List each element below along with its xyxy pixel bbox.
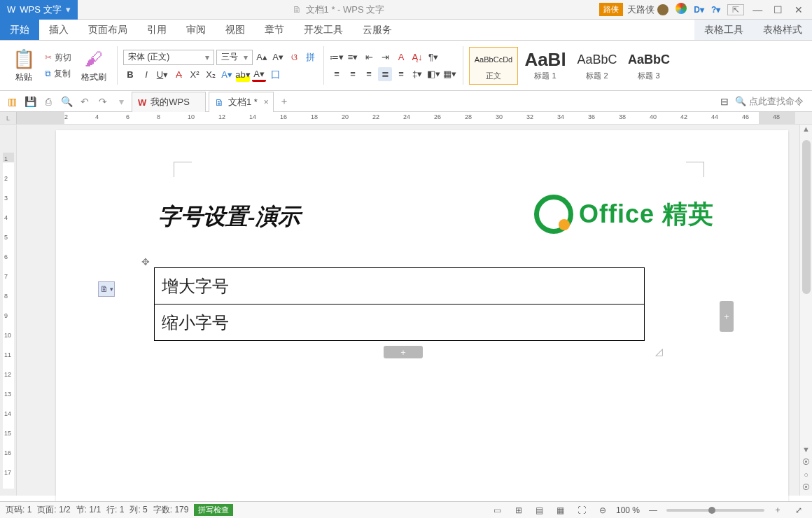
- assist-icon[interactable]: [673, 3, 690, 16]
- align-dist-icon[interactable]: ≡: [394, 67, 408, 81]
- align-center-icon[interactable]: ≡: [346, 67, 360, 81]
- cut-button[interactable]: ✂剪切: [42, 50, 74, 65]
- style-h2[interactable]: AaBbC标题 2: [573, 47, 622, 85]
- menu-cloud[interactable]: 云服务: [353, 20, 402, 40]
- table-cell-2[interactable]: 缩小字号: [155, 304, 645, 341]
- account-name[interactable]: 天路侠: [624, 4, 671, 16]
- grow-font-icon[interactable]: A▴: [255, 50, 269, 64]
- view-print-icon[interactable]: ▭: [490, 504, 505, 517]
- subscript-button[interactable]: X₂: [204, 68, 218, 82]
- view-read-icon[interactable]: ▤: [532, 504, 547, 517]
- save-icon[interactable]: 💾: [22, 94, 38, 109]
- print-icon[interactable]: ⎙: [41, 94, 56, 109]
- status-spell[interactable]: 拼写检查: [194, 504, 233, 516]
- scroll-thumb[interactable]: [802, 140, 811, 294]
- tab-close-icon[interactable]: ×: [264, 97, 269, 107]
- table-row-add-handle[interactable]: ＋: [384, 346, 423, 358]
- align-justify-icon[interactable]: ≣: [378, 67, 392, 81]
- tab-mywps[interactable]: W我的WPS: [132, 92, 206, 113]
- status-col[interactable]: 列: 5: [130, 504, 147, 516]
- char-border-icon[interactable]: 囗: [268, 68, 282, 82]
- help-icon[interactable]: ?▾: [708, 5, 723, 15]
- status-line[interactable]: 行: 1: [106, 504, 124, 516]
- view-fullscreen-icon[interactable]: ⛶: [574, 504, 589, 517]
- italic-button[interactable]: I: [139, 68, 153, 82]
- menu-pagelayout[interactable]: 页面布局: [78, 20, 137, 40]
- style-h1[interactable]: AaBl标题 1: [521, 47, 570, 85]
- status-pages[interactable]: 页面: 1/2: [37, 504, 70, 516]
- command-search[interactable]: 🔍点此查找命令: [735, 95, 808, 108]
- style-normal[interactable]: AaBbCcDd正文: [469, 47, 518, 85]
- zoom-slider[interactable]: [666, 509, 764, 512]
- preview-icon[interactable]: 🔍: [59, 94, 74, 109]
- status-page[interactable]: 页码: 1: [6, 504, 31, 516]
- phonetic-icon[interactable]: 拼: [303, 50, 317, 64]
- chartype-icon[interactable]: A: [394, 50, 408, 64]
- app-dropdown-icon[interactable]: ▾: [66, 4, 71, 15]
- menu-insert[interactable]: 插入: [39, 20, 78, 40]
- menu-view[interactable]: 视图: [216, 20, 255, 40]
- highlight-button[interactable]: ab▾: [236, 68, 250, 82]
- shading-icon[interactable]: ◧▾: [426, 67, 440, 81]
- new-tab-icon[interactable]: ＋: [276, 94, 292, 109]
- browse-obj-icon[interactable]: ○: [804, 470, 808, 483]
- close-button[interactable]: ✕: [790, 1, 808, 19]
- view-web-icon[interactable]: ▦: [553, 504, 568, 517]
- paste-button[interactable]: 📋 粘贴: [8, 47, 39, 85]
- menu-devtools[interactable]: 开发工具: [294, 20, 353, 40]
- cloud-icon[interactable]: D▾: [691, 5, 707, 15]
- linespace-icon[interactable]: ‡▾: [410, 67, 424, 81]
- borders-icon[interactable]: ▦▾: [442, 67, 456, 81]
- scroll-up-icon[interactable]: ▲: [802, 125, 810, 137]
- table-move-handle[interactable]: ✥: [141, 256, 153, 267]
- zoom-out-button[interactable]: ⊖: [595, 504, 610, 517]
- numbering-icon[interactable]: ≡▾: [346, 50, 360, 64]
- bullets-icon[interactable]: ≔▾: [330, 50, 344, 64]
- vertical-scrollbar[interactable]: ▲ ▼ ⦿ ○ ⦿: [799, 125, 812, 496]
- style-h3[interactable]: AaBbC标题 3: [624, 47, 673, 85]
- indent-dec-icon[interactable]: ⇤: [362, 50, 376, 64]
- app-badge[interactable]: W WPS 文字 ▾: [0, 0, 78, 20]
- bold-button[interactable]: B: [123, 68, 137, 82]
- vertical-ruler[interactable]: 1234567891011121314151617: [0, 125, 17, 496]
- font-name-select[interactable]: 宋体 (正文)▾: [123, 50, 214, 65]
- maximize-button[interactable]: ☐: [769, 1, 788, 19]
- horizontal-ruler[interactable]: L 24681012141618202224262830323436384042…: [0, 112, 812, 125]
- zoom-level[interactable]: 100 %: [616, 505, 640, 515]
- prev-page-icon[interactable]: ⦿: [802, 458, 810, 470]
- account-tag[interactable]: 路侠: [599, 3, 623, 16]
- menu-tablestyle[interactable]: 表格样式: [753, 20, 812, 40]
- doc-heading[interactable]: 字号设置-演示: [158, 202, 300, 232]
- fit-icon[interactable]: ⤢: [791, 504, 806, 517]
- doc-table-wrap[interactable]: ✥ 增大字号 缩小字号: [154, 267, 645, 341]
- copy-button[interactable]: ⧉复制: [42, 66, 74, 81]
- scroll-down-icon[interactable]: ▼: [802, 445, 810, 458]
- table-col-add-handle[interactable]: ＋: [720, 301, 734, 332]
- view-outline-icon[interactable]: ⊞: [511, 504, 526, 517]
- upload-icon[interactable]: ⇱: [727, 4, 744, 15]
- align-left-icon[interactable]: ≡: [330, 67, 344, 81]
- texteffect-button[interactable]: A▾: [220, 68, 234, 82]
- shrink-font-icon[interactable]: A▾: [271, 50, 285, 64]
- indent-inc-icon[interactable]: ⇥: [378, 50, 392, 64]
- collapse-ribbon-icon[interactable]: ⊟: [717, 94, 732, 109]
- menu-review[interactable]: 审阅: [176, 20, 216, 40]
- next-page-icon[interactable]: ⦿: [802, 483, 810, 496]
- tab-doc1[interactable]: 🗎文档1 *×: [209, 92, 274, 113]
- clear-format-icon[interactable]: ଓ: [287, 50, 301, 64]
- format-painter-button[interactable]: 🖌 格式刷: [77, 47, 111, 85]
- minimize-button[interactable]: —: [748, 1, 766, 19]
- align-right-icon[interactable]: ≡: [362, 67, 376, 81]
- menu-reference[interactable]: 引用: [137, 20, 176, 40]
- table-resize-handle[interactable]: ◿: [655, 346, 663, 357]
- superscript-button[interactable]: X²: [188, 68, 202, 82]
- zoom-in-button[interactable]: ＋: [770, 504, 785, 517]
- sort-icon[interactable]: Ą↓: [410, 50, 424, 64]
- paste-options-button[interactable]: 🗎: [98, 281, 115, 297]
- menu-start[interactable]: 开始: [0, 20, 39, 40]
- table-cell-1[interactable]: 增大字号: [155, 268, 645, 304]
- undo-icon[interactable]: ↶: [77, 94, 92, 109]
- redo-icon[interactable]: ↷: [95, 94, 111, 109]
- new-icon[interactable]: ▥: [4, 94, 20, 109]
- menu-chapter[interactable]: 章节: [255, 20, 294, 40]
